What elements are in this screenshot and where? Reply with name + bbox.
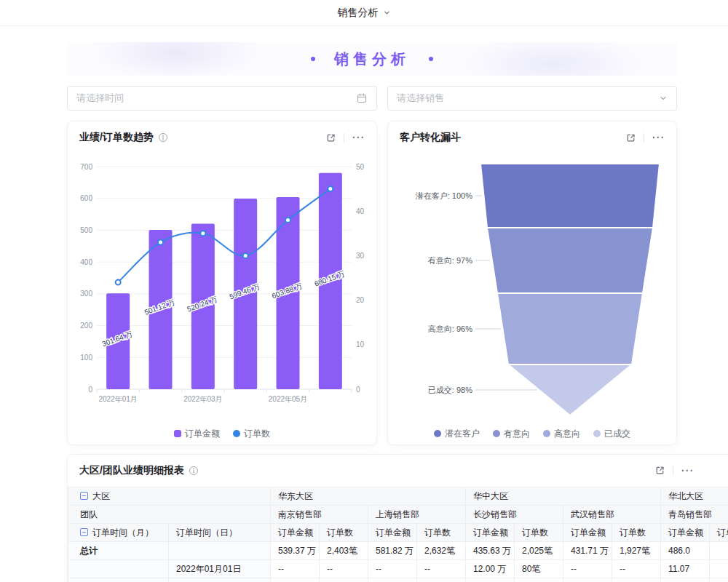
legend-marker-icon — [593, 430, 601, 437]
line-point[interactable] — [116, 280, 121, 285]
legend-item[interactable]: 高意向 — [543, 428, 580, 440]
team-header-text: 武汉销售部 — [571, 509, 614, 519]
value-cell-text: 486.0 — [668, 546, 690, 556]
value-cell: -- — [368, 560, 417, 578]
info-icon[interactable] — [158, 132, 168, 143]
funnel-card: 客户转化漏斗 ⋯ 潜在客户: 100%有意向: 97%高意向: 96%已成交: … — [387, 121, 677, 445]
sales-filter-select[interactable]: 请选择销售 — [387, 86, 677, 111]
day-col-header: 订单时间（日） — [169, 524, 271, 542]
funnel-stage[interactable] — [487, 228, 653, 293]
day-cell: 2022年01月01日 — [169, 560, 271, 578]
svg-text:50: 50 — [356, 163, 365, 171]
value-cell: 22.05 万 — [466, 578, 515, 582]
legend-marker-icon — [233, 430, 240, 437]
value-cell-text: 539.37 万 — [278, 546, 316, 556]
value-cell: 90笔 — [515, 578, 563, 582]
table-card-title-text: 大区/团队业绩明细报表 — [79, 464, 184, 477]
time-filter-input[interactable]: 请选择时间 — [67, 86, 377, 111]
banner: 销售分析 — [67, 42, 677, 76]
collapse-icon[interactable] — [80, 492, 88, 500]
value-cell: -- — [563, 560, 612, 578]
svg-text:500: 500 — [80, 226, 92, 234]
info-icon[interactable] — [189, 466, 199, 476]
value-cell — [710, 560, 728, 578]
table-row: 2022年01月02日--------22.05 万90笔---- — [68, 578, 728, 582]
region-header-text: 华东大区 — [278, 491, 313, 501]
month-col-header-text: 订单时间（月） — [92, 527, 154, 538]
value-cell: -- — [320, 560, 368, 578]
export-icon[interactable] — [325, 132, 336, 143]
legend-item[interactable]: 订单数 — [233, 428, 270, 440]
more-icon[interactable]: ⋯ — [681, 466, 694, 476]
collapse-icon[interactable] — [80, 528, 88, 536]
value-cell: 486.0 — [661, 542, 710, 560]
measure-header: 订单数 — [320, 524, 368, 542]
dashboard: 销售分析 请选择时间 请选择销售 业绩/订单数趋势 — [0, 26, 728, 582]
legend-item[interactable]: 已成交 — [593, 428, 630, 440]
month-cell — [68, 560, 169, 578]
legend-item[interactable]: 潜在客户 — [434, 428, 480, 440]
value-cell: -- — [417, 560, 466, 578]
line-point[interactable] — [243, 253, 248, 258]
day-cell — [169, 542, 271, 560]
month-cell — [68, 578, 169, 582]
value-cell: 80笔 — [515, 560, 563, 578]
value-cell: 12.00 万 — [466, 560, 515, 578]
team-header-text: 长沙销售部 — [473, 509, 517, 519]
svg-text:300: 300 — [80, 290, 92, 298]
export-icon[interactable] — [625, 132, 636, 143]
page-selector[interactable]: 销售分析 — [338, 7, 391, 20]
table-card: 大区/团队业绩明细报表 ⋯ 大区华东大区华中大区华北大区团队南京销售部上海销售部… — [67, 454, 728, 582]
line-point[interactable] — [285, 218, 290, 223]
pivot-corner-region: 大区 — [68, 487, 271, 506]
value-cell: -- — [612, 560, 661, 578]
legend-item[interactable]: 有意向 — [493, 428, 530, 440]
legend-label: 已成交 — [604, 428, 630, 440]
value-cell-text: 431.71 万 — [571, 546, 609, 556]
measure-header-text: 订单金额 — [473, 527, 508, 538]
region-header: 华中大区 — [466, 487, 661, 506]
value-cell-text: 12.00 万 — [473, 564, 506, 574]
measure-header: 订单金额 — [661, 524, 710, 542]
export-icon[interactable] — [654, 465, 665, 476]
measure-header-text: 订单金额 — [668, 527, 703, 538]
divider — [673, 466, 673, 475]
more-icon[interactable]: ⋯ — [652, 132, 665, 143]
value-cell: -- — [563, 578, 612, 582]
legend-label: 有意向 — [504, 428, 530, 440]
value-cell: 2,403笔 — [320, 542, 368, 560]
calendar-icon[interactable] — [356, 92, 368, 104]
x-axis-label: 2022年03月 — [183, 395, 222, 403]
value-cell-text: 1,927笔 — [620, 546, 650, 556]
legend-item[interactable]: 订单金额 — [174, 428, 220, 440]
legend-label: 高意向 — [554, 428, 580, 440]
chevron-down-icon[interactable] — [659, 94, 668, 103]
region-header: 华东大区 — [271, 487, 466, 506]
sales-filter-placeholder: 请选择销售 — [397, 92, 444, 105]
value-cell-text: -- — [620, 564, 625, 574]
more-icon[interactable]: ⋯ — [352, 132, 365, 143]
day-col-header-text: 订单时间（日） — [176, 527, 237, 538]
line-point[interactable] — [328, 186, 333, 191]
value-cell-text: -- — [327, 564, 333, 574]
pivot-corner-team-text: 团队 — [80, 509, 98, 519]
value-cell: -- — [271, 560, 320, 578]
region-header-text: 华中大区 — [473, 491, 508, 501]
funnel-stage[interactable] — [497, 293, 643, 364]
table-row: 2022年01月01日--------12.00 万80笔----11.07 — [68, 560, 728, 578]
line-point[interactable] — [158, 240, 163, 245]
filters-row: 请选择时间 请选择销售 — [67, 86, 677, 111]
pivot-corner-region-text: 大区 — [92, 491, 110, 501]
svg-text:400: 400 — [80, 258, 92, 266]
funnel-stage[interactable] — [480, 164, 660, 228]
line-point[interactable] — [200, 231, 205, 236]
value-cell: 2,025笔 — [515, 542, 563, 560]
measure-header-text: 订单数 — [424, 527, 451, 538]
pivot-corner-team: 团队 — [68, 506, 271, 524]
value-cell-text: 2,025笔 — [522, 546, 553, 556]
measure-header: 订单数 — [515, 524, 563, 542]
measure-header: 订单数 — [417, 524, 466, 542]
day-cell: 2022年01月02日 — [169, 578, 271, 582]
value-cell: 435.63 万 — [466, 542, 515, 560]
legend-marker-icon — [174, 430, 181, 437]
